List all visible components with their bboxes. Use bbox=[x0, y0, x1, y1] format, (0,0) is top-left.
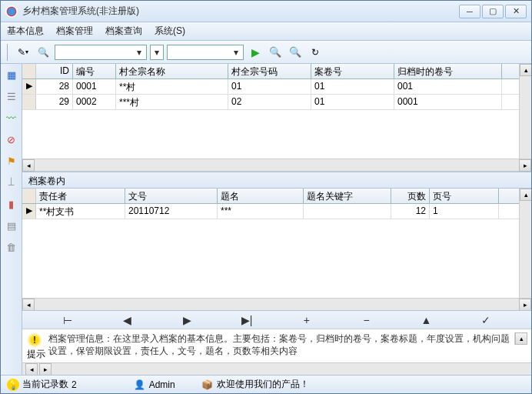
run-button[interactable]: ▶ bbox=[247, 44, 264, 61]
refresh-icon: ↻ bbox=[311, 47, 319, 58]
sub-btn[interactable]: ▸ bbox=[39, 363, 52, 376]
toolbar: ✎▾ 🔍 ▾ ▾ ▾ ▶ 🔍 🔍 ↻ bbox=[1, 41, 531, 64]
bottom-sub-toolbar: ◂ ▸ bbox=[22, 362, 531, 375]
status-user: Admin bbox=[149, 379, 175, 390]
detail-grid-vscroll[interactable]: ▴ bbox=[519, 189, 531, 298]
nav-next[interactable]: ▶ bbox=[179, 314, 195, 326]
window-title: 乡村档案管理系统(非注册版) bbox=[22, 5, 459, 18]
menu-system[interactable]: 系统(S) bbox=[155, 25, 185, 38]
box-icon: 📦 bbox=[201, 379, 214, 391]
table-row[interactable]: ▶**村支书20110712***121 bbox=[22, 204, 519, 219]
search-button[interactable]: 🔍 bbox=[35, 44, 52, 61]
main-grid-vscroll[interactable]: ▴ bbox=[519, 64, 531, 159]
table-row[interactable]: ▶280001**村0101001 bbox=[22, 79, 519, 95]
lightbulb-icon: 💡 bbox=[7, 379, 19, 391]
info-text: 档案管理信息：在这里录入档案的基本信息。主要包括：案卷号，归档时的卷号，案卷标题… bbox=[48, 332, 511, 357]
filter-dropdown-3[interactable]: ▾ bbox=[167, 45, 244, 60]
col-code[interactable]: 村全宗号码 bbox=[228, 64, 311, 78]
record-navigator: ⊢ ◀ ▶ ▶| + − ▲ ✓ bbox=[22, 310, 531, 329]
sidebar-grid-icon[interactable]: ▦ bbox=[4, 67, 19, 82]
col-id[interactable]: ID bbox=[36, 64, 73, 78]
filter-dropdown-2[interactable]: ▾ bbox=[150, 45, 164, 60]
sidebar-flag-icon[interactable]: ⚑ bbox=[4, 153, 19, 169]
edit-button[interactable]: ✎▾ bbox=[15, 44, 32, 61]
sub-btn[interactable]: ◂ bbox=[25, 363, 38, 376]
menu-basic-info[interactable]: 基本信息 bbox=[7, 25, 44, 38]
statusbar: 💡 当前记录数 2 👤 Admin 📦 欢迎使用我们的产品！ bbox=[1, 375, 531, 393]
menubar: 基本信息 档案管理 档案查询 系统(S) bbox=[1, 22, 531, 41]
main-grid: ID 编号 村全宗名称 村全宗号码 案卷号 归档时的卷号 ▶280001**村0… bbox=[22, 64, 531, 172]
sidebar-chart-icon[interactable]: 〰 bbox=[4, 110, 19, 125]
nav-edit[interactable]: ▲ bbox=[418, 314, 434, 326]
user-icon: 👤 bbox=[134, 379, 146, 391]
sidebar-form-icon[interactable]: ☰ bbox=[4, 88, 19, 104]
table-row[interactable]: 290002***村02010001 bbox=[22, 95, 519, 110]
nav-delete[interactable]: − bbox=[359, 314, 374, 326]
nav-prev[interactable]: ◀ bbox=[120, 314, 135, 326]
sidebar: ▦ ☰ 〰 ⊘ ⚑ ⟘ ▮ ▤ 🗑 bbox=[1, 64, 22, 375]
col-gdh[interactable]: 归档时的卷号 bbox=[394, 64, 502, 78]
find-button-2[interactable]: 🔍 bbox=[287, 44, 304, 61]
main-grid-hscroll[interactable]: ◂▸ bbox=[22, 159, 531, 171]
sidebar-ruler-icon[interactable]: ⟘ bbox=[4, 175, 19, 190]
col-tmkw[interactable]: 题名关键字 bbox=[304, 189, 391, 203]
col-ajh[interactable]: 案卷号 bbox=[311, 64, 394, 78]
col-tm[interactable]: 题名 bbox=[218, 189, 304, 203]
close-button[interactable]: ✕ bbox=[505, 5, 527, 18]
detail-grid: 责任者 文号 题名 题名关键字 页数 页号 ▶**村支书20110712***1… bbox=[22, 189, 531, 329]
col-wh[interactable]: 文号 bbox=[125, 189, 218, 203]
titlebar: 乡村档案管理系统(非注册版) ─ ▢ ✕ bbox=[1, 1, 531, 22]
play-icon: ▶ bbox=[251, 46, 260, 58]
sidebar-cancel-icon[interactable]: ⊘ bbox=[4, 132, 19, 147]
app-icon bbox=[5, 5, 18, 18]
info-icon: ! bbox=[27, 332, 42, 348]
refresh-button[interactable]: ↻ bbox=[307, 44, 324, 61]
col-zrz[interactable]: 责任者 bbox=[36, 189, 125, 203]
nav-add[interactable]: + bbox=[299, 314, 314, 326]
col-name[interactable]: 村全宗名称 bbox=[116, 64, 228, 78]
nav-confirm[interactable]: ✓ bbox=[478, 314, 494, 326]
info-vscroll[interactable]: ▴ bbox=[514, 332, 527, 345]
sidebar-bar-icon[interactable]: ▮ bbox=[4, 196, 19, 212]
nav-first[interactable]: ⊢ bbox=[60, 314, 75, 326]
filter-dropdown-1[interactable]: ▾ bbox=[55, 45, 147, 60]
minimize-button[interactable]: ─ bbox=[459, 5, 480, 18]
info-panel: ! 提示 档案管理信息：在这里录入档案的基本信息。主要包括：案卷号，归档时的卷号… bbox=[22, 329, 531, 362]
col-ys[interactable]: 页数 bbox=[391, 189, 430, 203]
status-records-label: 当前记录数 bbox=[22, 378, 68, 391]
menu-archive-query[interactable]: 档案查询 bbox=[105, 25, 142, 38]
info-label: 提示 bbox=[27, 348, 45, 361]
nav-last[interactable]: ▶| bbox=[239, 314, 254, 326]
status-welcome: 欢迎使用我们的产品！ bbox=[217, 378, 309, 391]
find-button-1[interactable]: 🔍 bbox=[267, 44, 284, 61]
status-records-value: 2 bbox=[71, 379, 77, 390]
sidebar-table-icon[interactable]: ▤ bbox=[4, 218, 19, 233]
detail-grid-hscroll[interactable]: ◂▸ bbox=[22, 298, 531, 310]
maximize-button[interactable]: ▢ bbox=[482, 5, 504, 18]
pencil-icon: ✎ bbox=[18, 47, 25, 58]
search-icon: 🔍 bbox=[38, 47, 49, 58]
col-yh[interactable]: 页号 bbox=[430, 189, 499, 203]
col-bh[interactable]: 编号 bbox=[73, 64, 116, 78]
sidebar-delete-icon[interactable]: 🗑 bbox=[4, 239, 19, 255]
menu-archive-manage[interactable]: 档案管理 bbox=[56, 25, 93, 38]
section-header: 档案卷内 bbox=[22, 172, 531, 189]
